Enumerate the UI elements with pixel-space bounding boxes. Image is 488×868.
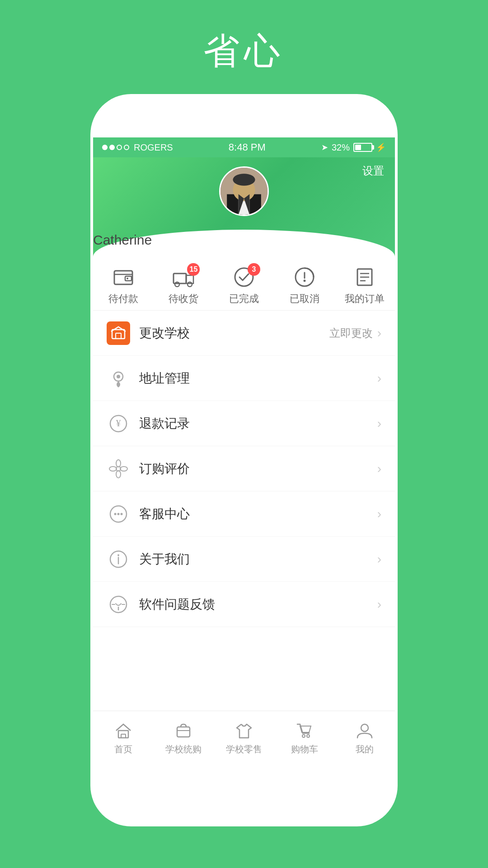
- svg-point-5: [233, 174, 255, 185]
- svg-point-53: [307, 735, 310, 737]
- feedback-label: 软件问题反馈: [139, 596, 377, 613]
- menu-item-address[interactable]: 地址管理 ›: [93, 356, 395, 401]
- refund-chevron: ›: [377, 416, 381, 431]
- school-group-label: 学校统购: [165, 743, 202, 755]
- about-chevron: ›: [377, 552, 381, 566]
- speaker-grille: [225, 113, 284, 126]
- menu-item-about[interactable]: ! 关于我们 ›: [93, 537, 395, 582]
- svg-point-54: [361, 724, 368, 731]
- nav-home[interactable]: 首页: [101, 721, 146, 755]
- svg-point-20: [303, 280, 305, 282]
- pending-payment-icon-wrap: [110, 266, 137, 288]
- cart-label: 购物车: [291, 743, 318, 755]
- order-item-completed[interactable]: 3 已完成: [221, 266, 267, 306]
- app-title: 省心: [203, 27, 285, 76]
- change-school-sub: 立即更改: [329, 326, 373, 340]
- review-chevron: ›: [377, 462, 381, 476]
- nav-school-group[interactable]: 学校统购: [161, 721, 206, 755]
- pending-delivery-icon-wrap: 15: [170, 266, 197, 288]
- phone-content: ROGERS 8:48 PM ➤ 32% ⚡ 设置: [93, 137, 395, 765]
- svg-rect-25: [112, 330, 125, 339]
- svg-point-34: [109, 467, 117, 471]
- about-label: 关于我们: [139, 551, 377, 568]
- person-icon: [355, 721, 375, 741]
- battery-icon: [353, 143, 372, 152]
- svg-rect-12: [174, 274, 186, 283]
- menu-item-customer-service[interactable]: 客服中心 ›: [93, 491, 395, 537]
- list-icon: [354, 266, 375, 288]
- svg-text:¥: ¥: [116, 417, 121, 429]
- nav-cart[interactable]: 购物车: [282, 721, 327, 755]
- cancelled-label: 已取消: [290, 292, 319, 306]
- bug-icon: [107, 593, 130, 616]
- menu-item-review[interactable]: 订购评价 ›: [93, 446, 395, 491]
- refund-label: 退款记录: [139, 415, 377, 432]
- svg-point-35: [120, 467, 127, 471]
- shirt-icon: [234, 721, 254, 741]
- cancelled-icon-wrap: [291, 266, 318, 288]
- bag-icon: [174, 721, 193, 741]
- bottom-nav: 首页 学校统购 学校零售: [93, 711, 395, 765]
- status-time: 8:48 PM: [229, 142, 266, 153]
- menu-item-refund[interactable]: ¥ 退款记录 ›: [93, 401, 395, 446]
- avatar[interactable]: [219, 166, 269, 216]
- svg-point-52: [302, 735, 305, 737]
- battery-fill: [355, 145, 361, 150]
- svg-point-33: [116, 471, 121, 478]
- nav-school-retail[interactable]: 学校零售: [221, 721, 267, 755]
- menu-item-change-school[interactable]: 更改学校 立即更改 ›: [93, 311, 395, 356]
- svg-rect-50: [177, 727, 190, 737]
- avatar-image: [221, 166, 267, 216]
- signal-dot-2: [109, 145, 115, 150]
- svg-point-10: [127, 278, 128, 279]
- signal-dot-4: [124, 145, 129, 150]
- front-camera: [204, 113, 216, 126]
- power-btn: [395, 250, 398, 314]
- home-icon: [113, 721, 133, 741]
- nav-mine[interactable]: 我的: [342, 721, 387, 755]
- side-buttons-right: [395, 250, 398, 314]
- chat-icon: [107, 502, 130, 526]
- order-item-cancelled[interactable]: 已取消: [282, 266, 327, 306]
- info-icon: !: [107, 547, 130, 571]
- change-school-chevron: ›: [377, 326, 381, 340]
- svg-rect-8: [114, 271, 132, 284]
- username-label: Catherine: [93, 232, 152, 248]
- feedback-chevron: ›: [377, 597, 381, 612]
- order-item-my-orders[interactable]: 我的订单: [342, 266, 387, 306]
- svg-point-37: [114, 513, 117, 515]
- signal-dot-1: [102, 145, 108, 150]
- wallet-icon: [113, 266, 134, 288]
- pending-delivery-badge: 15: [187, 263, 200, 276]
- completed-icon-wrap: 3: [230, 266, 258, 288]
- pending-delivery-label: 待收货: [169, 292, 198, 306]
- completed-badge: 3: [248, 263, 260, 276]
- carrier-name: ROGERS: [134, 142, 173, 153]
- charging-icon: ⚡: [376, 142, 386, 152]
- location-icon: [107, 367, 130, 390]
- home-label: 首页: [114, 743, 132, 755]
- status-left: ROGERS: [102, 142, 173, 153]
- address-chevron: ›: [377, 371, 381, 386]
- svg-point-32: [116, 460, 121, 467]
- settings-button[interactable]: 设置: [362, 164, 384, 178]
- svg-point-39: [121, 513, 123, 515]
- header-arch: Catherine: [93, 230, 395, 257]
- pending-payment-label: 待付款: [108, 292, 138, 306]
- location-arrow-icon: ➤: [321, 142, 328, 152]
- order-item-pending-payment[interactable]: 待付款: [101, 266, 146, 306]
- my-orders-icon-wrap: [351, 266, 378, 288]
- order-item-pending-delivery[interactable]: 15 待收货: [161, 266, 206, 306]
- svg-point-28: [117, 375, 120, 378]
- school-icon: [107, 321, 130, 345]
- orders-section: 待付款 15 待收货: [93, 257, 395, 311]
- school-retail-label: 学校零售: [226, 743, 262, 755]
- mine-label: 我的: [356, 743, 374, 755]
- menu-item-feedback[interactable]: 软件问题反馈 ›: [93, 582, 395, 627]
- phone-frame: ROGERS 8:48 PM ➤ 32% ⚡ 设置: [90, 94, 398, 826]
- review-label: 订购评价: [139, 460, 377, 477]
- phone-top-bar: [93, 97, 395, 142]
- customer-service-label: 客服中心: [139, 505, 377, 523]
- status-right: ➤ 32% ⚡: [321, 142, 386, 153]
- home-button[interactable]: [221, 769, 267, 815]
